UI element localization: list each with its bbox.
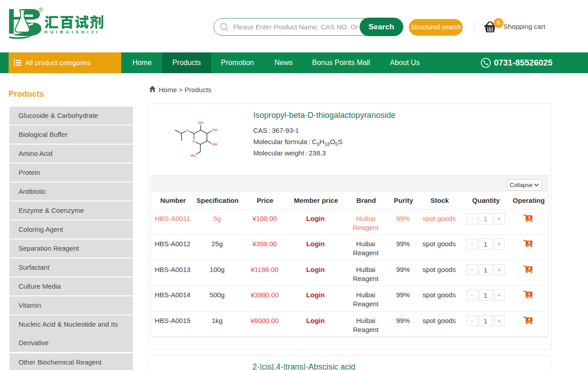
svg-text:S: S	[186, 128, 189, 132]
svg-text:OH: OH	[212, 142, 217, 146]
svg-text:OH: OH	[212, 128, 217, 132]
svg-text:O: O	[193, 139, 195, 143]
svg-text:®: ®	[38, 7, 43, 13]
svg-text:HUIBAISHIJI: HUIBAISHIJI	[44, 29, 100, 34]
svg-text:HO: HO	[190, 154, 195, 158]
svg-text:OH: OH	[198, 121, 203, 125]
